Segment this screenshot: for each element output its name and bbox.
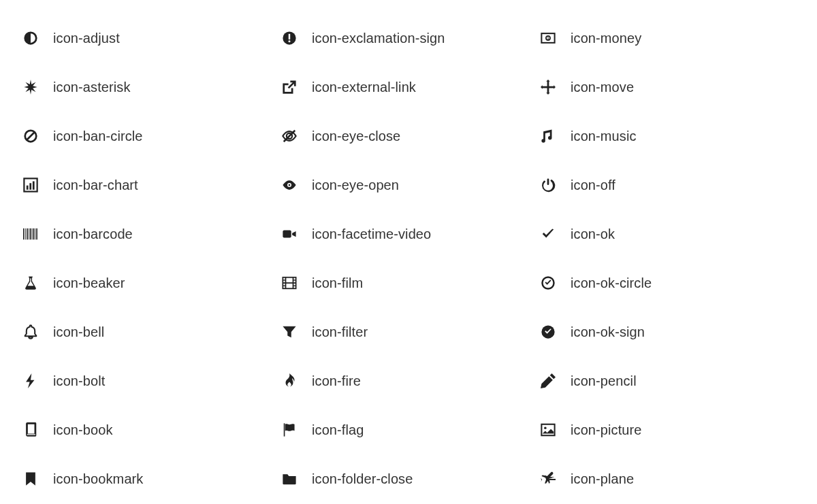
- icon-label: icon-film: [312, 275, 363, 291]
- eye-close-icon: [282, 129, 312, 144]
- icon-label: icon-ok-circle: [571, 275, 652, 291]
- icon-label: icon-eye-open: [312, 178, 399, 193]
- icon-label: icon-plane: [571, 471, 634, 487]
- list-item[interactable]: icon-adjust: [23, 14, 276, 63]
- icon-label: icon-folder-close: [312, 471, 413, 487]
- bar-chart-icon: [23, 178, 53, 192]
- list-item[interactable]: icon-plane: [541, 454, 794, 503]
- icon-label: icon-external-link: [312, 80, 416, 95]
- bell-icon: [23, 324, 53, 339]
- money-icon: [541, 31, 571, 46]
- list-item[interactable]: icon-book: [23, 405, 276, 454]
- icon-label: icon-move: [571, 80, 634, 95]
- list-item[interactable]: icon-flag: [282, 405, 535, 454]
- icon-label: icon-ok-sign: [571, 324, 645, 340]
- list-item[interactable]: icon-asterisk: [23, 63, 276, 112]
- list-item[interactable]: icon-ok-circle: [541, 258, 794, 307]
- ban-circle-icon: [23, 129, 53, 144]
- icon-label: icon-book: [53, 422, 113, 438]
- list-item[interactable]: icon-barcode: [23, 209, 276, 258]
- icon-label: icon-bell: [53, 324, 104, 340]
- icon-label: icon-exclamation-sign: [312, 31, 445, 46]
- icon-label: icon-adjust: [53, 31, 120, 46]
- flag-icon: [282, 422, 312, 437]
- fire-icon: [282, 373, 312, 388]
- list-item[interactable]: icon-external-link: [282, 63, 535, 112]
- icon-label: icon-ok: [571, 226, 615, 242]
- list-item[interactable]: icon-facetime-video: [282, 209, 535, 258]
- icon-label: icon-off: [571, 178, 615, 193]
- list-item[interactable]: icon-bookmark: [23, 454, 276, 503]
- list-item[interactable]: icon-off: [541, 161, 794, 209]
- icon-label: icon-flag: [312, 422, 364, 438]
- ok-circle-icon: [541, 275, 571, 290]
- list-item[interactable]: icon-ok-sign: [541, 307, 794, 356]
- list-item[interactable]: icon-pencil: [541, 356, 794, 405]
- icon-label: icon-barcode: [53, 226, 133, 242]
- pencil-icon: [541, 373, 571, 388]
- list-item[interactable]: icon-ban-circle: [23, 112, 276, 161]
- list-item[interactable]: icon-exclamation-sign: [282, 14, 535, 63]
- music-icon: [541, 129, 571, 144]
- list-item[interactable]: icon-film: [282, 258, 535, 307]
- facetime-video-icon: [282, 226, 312, 241]
- list-item[interactable]: icon-folder-close: [282, 454, 535, 503]
- list-item[interactable]: icon-money: [541, 14, 794, 63]
- icon-label: icon-money: [571, 31, 641, 46]
- beaker-icon: [23, 275, 53, 290]
- barcode-icon: [23, 226, 53, 241]
- list-item[interactable]: icon-music: [541, 112, 794, 161]
- filter-icon: [282, 324, 312, 339]
- plane-icon: [541, 471, 571, 486]
- bolt-icon: [23, 373, 53, 388]
- list-item[interactable]: icon-beaker: [23, 258, 276, 307]
- list-item[interactable]: icon-bar-chart: [23, 161, 276, 209]
- folder-close-icon: [282, 471, 312, 486]
- list-item[interactable]: icon-picture: [541, 405, 794, 454]
- bookmark-icon: [23, 471, 53, 486]
- eye-open-icon: [282, 178, 312, 192]
- film-icon: [282, 275, 312, 290]
- move-icon: [541, 80, 571, 95]
- icon-label: icon-bolt: [53, 373, 106, 389]
- book-icon: [23, 422, 53, 437]
- list-item[interactable]: icon-filter: [282, 307, 535, 356]
- adjust-icon: [23, 31, 53, 46]
- icon-label: icon-filter: [312, 324, 368, 340]
- ok-sign-icon: [541, 324, 571, 339]
- icon-grid: icon-adjust icon-exclamation-sign icon-m…: [0, 0, 817, 503]
- list-item[interactable]: icon-bolt: [23, 356, 276, 405]
- icon-label: icon-eye-close: [312, 129, 400, 144]
- icon-label: icon-asterisk: [53, 80, 131, 95]
- list-item[interactable]: icon-fire: [282, 356, 535, 405]
- icon-label: icon-pencil: [571, 373, 637, 389]
- asterisk-icon: [23, 80, 53, 95]
- icon-label: icon-ban-circle: [53, 129, 143, 144]
- ok-icon: [541, 226, 571, 241]
- icon-label: icon-facetime-video: [312, 226, 431, 242]
- exclamation-sign-icon: [282, 31, 312, 46]
- off-icon: [541, 178, 571, 192]
- list-item[interactable]: icon-eye-close: [282, 112, 535, 161]
- icon-label: icon-bar-chart: [53, 178, 138, 193]
- external-link-icon: [282, 80, 312, 95]
- picture-icon: [541, 422, 571, 437]
- icon-label: icon-bookmark: [53, 471, 143, 487]
- icon-label: icon-beaker: [53, 275, 125, 291]
- icon-label: icon-music: [571, 129, 637, 144]
- icon-label: icon-picture: [571, 422, 642, 438]
- list-item[interactable]: icon-move: [541, 63, 794, 112]
- list-item[interactable]: icon-ok: [541, 209, 794, 258]
- icon-label: icon-fire: [312, 373, 361, 389]
- list-item[interactable]: icon-eye-open: [282, 161, 535, 209]
- list-item[interactable]: icon-bell: [23, 307, 276, 356]
